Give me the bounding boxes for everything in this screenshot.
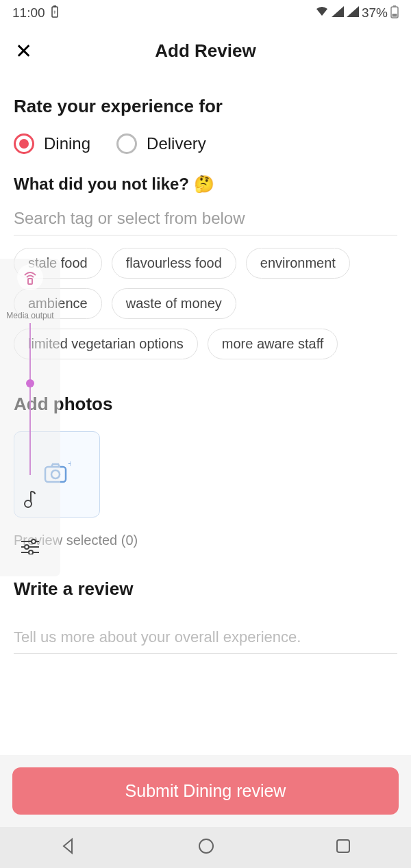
svg-point-16 bbox=[25, 545, 29, 549]
svg-rect-11 bbox=[28, 279, 32, 284]
radio-icon-unselected bbox=[116, 133, 137, 154]
radio-dining[interactable]: Dining bbox=[14, 133, 90, 154]
tag-search-input[interactable] bbox=[14, 194, 397, 235]
nav-recent-icon[interactable] bbox=[335, 838, 351, 857]
volume-slider-track[interactable] bbox=[29, 323, 31, 475]
submit-button[interactable]: Submit Dining review bbox=[12, 767, 399, 815]
radio-label: Delivery bbox=[147, 134, 206, 153]
review-text-input[interactable] bbox=[14, 616, 397, 654]
close-icon[interactable]: ✕ bbox=[15, 39, 32, 63]
battery-percent: 37% bbox=[362, 5, 388, 21]
tags-question: What did you not like? 🤔 bbox=[14, 175, 397, 194]
android-nav-bar bbox=[0, 827, 411, 868]
tag-chip[interactable]: flavourless food bbox=[112, 248, 236, 279]
thinking-emoji: 🤔 bbox=[194, 175, 214, 193]
battery-icon bbox=[390, 5, 399, 22]
battery-charging-icon: + bbox=[51, 5, 59, 21]
status-time: 11:00 bbox=[12, 5, 45, 21]
radio-label: Dining bbox=[44, 134, 90, 153]
svg-rect-1 bbox=[53, 5, 56, 7]
cast-icon[interactable] bbox=[17, 264, 43, 290]
tag-chip[interactable]: waste of money bbox=[112, 288, 236, 319]
media-output-overlay[interactable]: Media output bbox=[0, 259, 60, 576]
bottom-submit-bar: Submit Dining review bbox=[0, 755, 411, 827]
svg-point-9 bbox=[199, 839, 213, 853]
tag-chip[interactable]: environment bbox=[246, 248, 350, 279]
wifi-icon bbox=[315, 5, 329, 21]
radio-delivery[interactable]: Delivery bbox=[116, 133, 206, 154]
preview-selected-label: Preview selected (0) bbox=[14, 533, 397, 548]
nav-home-icon[interactable] bbox=[197, 837, 215, 858]
svg-point-18 bbox=[29, 550, 33, 554]
media-output-label: Media output bbox=[6, 311, 53, 320]
settings-sliders-icon[interactable] bbox=[20, 538, 40, 557]
status-bar: 11:00 + 37% bbox=[0, 0, 411, 26]
page-title: Add Review bbox=[0, 40, 411, 62]
signal-icon bbox=[332, 5, 344, 21]
rating-type-radios: Dining Delivery bbox=[14, 133, 397, 154]
nav-back-icon[interactable] bbox=[60, 837, 77, 858]
rate-section-title: Rate your experience for bbox=[14, 96, 397, 117]
review-section-title: Write a review bbox=[14, 578, 397, 600]
svg-point-12 bbox=[25, 500, 32, 507]
tag-chip[interactable]: more aware staff bbox=[208, 329, 338, 359]
header: ✕ Add Review bbox=[0, 26, 411, 75]
radio-icon-selected bbox=[14, 133, 34, 154]
svg-rect-4 bbox=[393, 5, 396, 7]
photos-section-title: Add photos bbox=[14, 394, 397, 415]
music-note-icon[interactable] bbox=[20, 489, 40, 511]
svg-rect-5 bbox=[393, 14, 397, 17]
svg-text:+: + bbox=[53, 9, 56, 16]
svg-text:+: + bbox=[68, 461, 71, 469]
signal-icon-2 bbox=[347, 5, 359, 21]
tag-chip-container: stale food flavourless food environment … bbox=[14, 248, 397, 359]
volume-slider-thumb[interactable] bbox=[26, 379, 34, 387]
svg-point-14 bbox=[32, 539, 36, 544]
svg-rect-10 bbox=[337, 840, 349, 852]
